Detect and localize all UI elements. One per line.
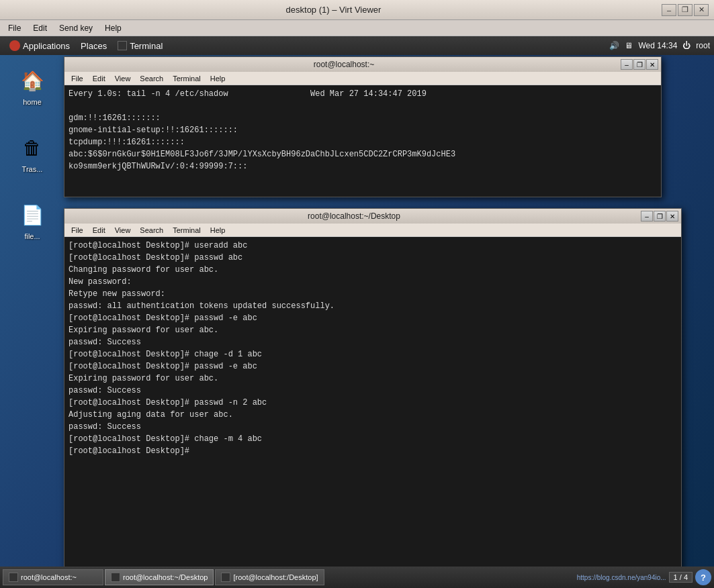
virt-viewer-window: desktop (1) – Virt Viewer – ❐ ✕ File Edi…	[0, 0, 714, 588]
terminal-2-titlebar: root@localhost:~/Desktop – ❐ ✕	[64, 209, 681, 224]
applications-label: Applications	[23, 41, 70, 51]
terminal-2-menubar: File Edit View Search Terminal Help	[64, 224, 681, 237]
gnome-panel-right: 🔊 🖥 Wed 14:34 ⏻ root	[609, 41, 710, 50]
speaker-icon[interactable]: 🔊	[609, 41, 619, 50]
virt-menu-edit[interactable]: Edit	[28, 22, 52, 34]
terminal-1-controls[interactable]: – ❐ ✕	[621, 59, 658, 70]
taskbar-label-1: root@localhost:~/Desktop	[123, 573, 208, 581]
virt-viewer-menubar: File Edit Send key Help	[0, 20, 714, 36]
terminal-2-minimize[interactable]: –	[641, 211, 653, 222]
virt-menu-help[interactable]: Help	[99, 22, 127, 34]
taskbar-page: 1 / 4	[669, 572, 693, 583]
places-button[interactable]: Places	[75, 40, 112, 52]
term2-terminal[interactable]: Terminal	[169, 226, 205, 235]
virt-viewer-titlebar: desktop (1) – Virt Viewer – ❐ ✕	[0, 0, 714, 20]
terminal-icon	[118, 41, 127, 50]
desktop-icon-home[interactable]: 🏠 home	[5, 62, 59, 109]
term1-search[interactable]: Search	[136, 74, 167, 83]
taskbar-icon-0	[9, 573, 18, 582]
trash-icon: 🗑	[16, 132, 48, 164]
terminal-window-2: root@localhost:~/Desktop – ❐ ✕ File Edit…	[64, 208, 682, 584]
applications-icon	[9, 40, 20, 51]
term2-file[interactable]: File	[67, 226, 87, 235]
terminal-1-minimize[interactable]: –	[621, 59, 633, 70]
taskbar-label-0: root@localhost:~	[21, 573, 77, 581]
taskbar-icon-2	[221, 573, 230, 582]
virt-menu-file[interactable]: File	[3, 22, 26, 34]
terminal-2-controls[interactable]: – ❐ ✕	[641, 211, 678, 222]
clock: Wed 14:34	[638, 41, 677, 50]
taskbar-item-0[interactable]: root@localhost:~	[3, 569, 103, 585]
virt-menu-sendkey[interactable]: Send key	[54, 22, 98, 34]
virt-viewer-minimize-button[interactable]: –	[662, 4, 676, 16]
virt-viewer-controls[interactable]: – ❐ ✕	[662, 4, 709, 16]
terminal-1-maximize[interactable]: ❐	[633, 59, 645, 70]
term2-help[interactable]: Help	[206, 226, 230, 235]
virt-viewer-maximize-button[interactable]: ❐	[678, 4, 693, 16]
terminal-2-content[interactable]: [root@localhost Desktop]# useradd abc [r…	[64, 237, 681, 583]
username: root	[696, 41, 710, 50]
terminal-label: Terminal	[130, 41, 163, 51]
term2-edit[interactable]: Edit	[89, 226, 109, 235]
terminal-2-maximize[interactable]: ❐	[654, 211, 666, 222]
gnome-panel: Applications Places Terminal 🔊 🖥 Wed 14:…	[0, 36, 714, 55]
taskbar-icon-1	[111, 573, 120, 582]
term1-terminal[interactable]: Terminal	[169, 74, 205, 83]
terminal-1-close[interactable]: ✕	[646, 59, 658, 70]
taskbar-label-2: [root@localhost:/Desktop]	[233, 573, 318, 581]
terminal-1-titlebar: root@localhost:~ – ❐ ✕	[64, 57, 661, 72]
term1-help[interactable]: Help	[206, 74, 230, 83]
desktop-icon-trash[interactable]: 🗑 Tras...	[5, 129, 59, 176]
terminal-2-title: root@localhost:~/Desktop	[67, 211, 641, 221]
terminal-1-menubar: File Edit View Search Terminal Help	[64, 72, 661, 85]
file-icon: 📄	[16, 199, 48, 231]
virt-viewer-title: desktop (1) – Virt Viewer	[5, 5, 662, 15]
applications-button[interactable]: Applications	[4, 39, 75, 52]
taskbar-right: https://blog.csdn.ne/yan94io... 1 / 4 ?	[577, 569, 711, 585]
desktop-icon-file[interactable]: 📄 file...	[5, 196, 59, 243]
term1-view[interactable]: View	[111, 74, 135, 83]
places-label: Places	[81, 41, 107, 51]
taskbar-link: https://blog.csdn.ne/yan94io...	[577, 574, 666, 581]
home-icon: 🏠	[16, 64, 48, 97]
taskbar-item-1[interactable]: root@localhost:~/Desktop	[105, 569, 214, 585]
file-label: file...	[24, 232, 40, 240]
desktop: desktop (1) – Virt Viewer – ❐ ✕ File Edi…	[0, 0, 714, 588]
virt-viewer-close-button[interactable]: ✕	[694, 4, 709, 16]
terminal-2-close[interactable]: ✕	[666, 211, 678, 222]
terminal-1-title: root@localhost:~	[67, 60, 621, 69]
taskbar: root@localhost:~ root@localhost:~/Deskto…	[0, 567, 714, 588]
terminal-window-1: root@localhost:~ – ❐ ✕ File Edit View Se…	[64, 56, 662, 197]
trash-label: Tras...	[22, 165, 43, 173]
taskbar-item-2[interactable]: [root@localhost:/Desktop]	[215, 569, 324, 585]
terminal-1-content[interactable]: Every 1.0s: tail -n 4 /etc/shadow Wed Ma…	[64, 85, 661, 197]
home-label: home	[23, 98, 42, 106]
term2-view[interactable]: View	[111, 226, 135, 235]
term1-file[interactable]: File	[67, 74, 87, 83]
term2-search[interactable]: Search	[136, 226, 167, 235]
terminal-button[interactable]: Terminal	[112, 40, 168, 52]
screen-icon[interactable]: 🖥	[625, 41, 633, 50]
power-icon[interactable]: ⏻	[682, 41, 690, 50]
taskbar-help-button[interactable]: ?	[695, 569, 711, 585]
term1-edit[interactable]: Edit	[89, 74, 109, 83]
desktop-area: 🏠 home 🗑 Tras... 📄 file... root@localhos…	[0, 55, 714, 588]
